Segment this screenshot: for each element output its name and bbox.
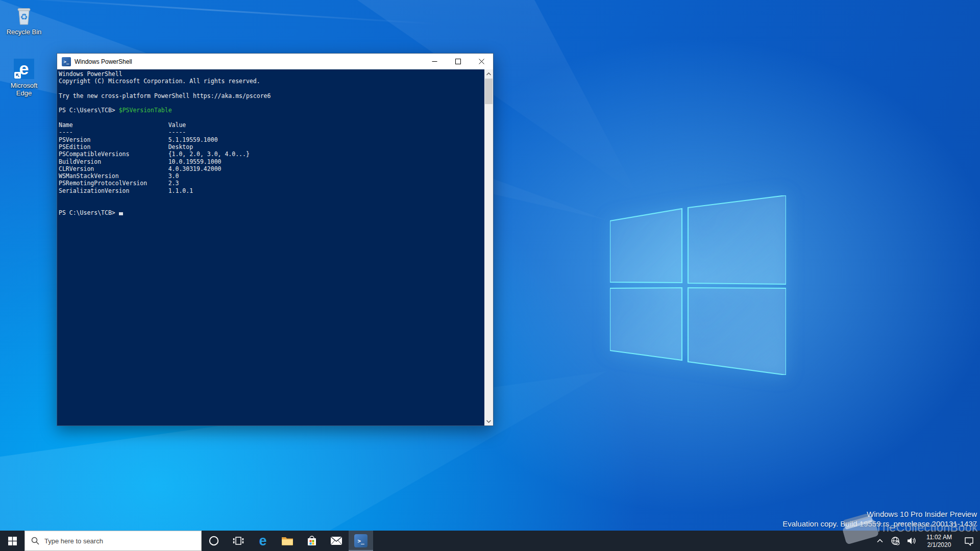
taskbar-clock[interactable]: 11:02 AM 2/1/2020 — [920, 531, 959, 551]
windows-start-icon — [8, 537, 17, 545]
action-center-icon — [964, 536, 974, 546]
file-explorer-icon — [281, 536, 293, 546]
speaker-icon — [907, 537, 916, 545]
taskbar-cortana-button[interactable] — [202, 531, 226, 551]
desktop-icon-microsoft-edge[interactable]: e Microsoft Edge — [3, 59, 45, 97]
start-button[interactable] — [0, 531, 24, 551]
shortcut-arrow-icon — [14, 72, 21, 79]
clock-date: 2/1/2020 — [927, 541, 951, 548]
cortana-icon — [208, 535, 219, 546]
watermark-line2: Evaluation copy. Build 19559.rs_prerelea… — [782, 519, 977, 529]
recycle-bin-icon: ♻ — [13, 5, 35, 27]
console-area[interactable]: Windows PowerShellCopyright (C) Microsof… — [57, 69, 493, 425]
taskbar: e >_ — [0, 531, 980, 551]
action-center-button[interactable] — [959, 531, 979, 551]
taskbar-powershell-button[interactable]: >_ — [349, 531, 373, 551]
mail-icon — [330, 536, 342, 545]
desktop-icon-label: Recycle Bin — [3, 28, 45, 36]
microsoft-store-icon — [306, 535, 317, 546]
minimize-icon — [432, 59, 437, 64]
taskbar-mail-button[interactable] — [324, 531, 349, 551]
maximize-button[interactable] — [446, 54, 470, 69]
clock-time: 11:02 AM — [926, 534, 952, 541]
console-scrollbar[interactable] — [484, 69, 493, 425]
taskbar-store-button[interactable] — [300, 531, 324, 551]
wallpaper-streak — [0, 0, 438, 24]
desktop-icon-recycle-bin[interactable]: ♻ Recycle Bin — [3, 5, 45, 36]
window-title: Windows PowerShell — [75, 58, 423, 65]
watermark-line1: Windows 10 Pro Insider Preview — [782, 509, 977, 519]
search-input[interactable] — [44, 537, 201, 545]
close-icon — [479, 59, 484, 64]
search-icon — [31, 537, 39, 545]
taskbar-edge-button[interactable]: e — [251, 531, 275, 551]
edge-icon: e — [259, 534, 266, 548]
scrollbar-thumb[interactable] — [485, 79, 493, 104]
show-hidden-icons-button[interactable] — [873, 531, 887, 551]
system-tray: 11:02 AM 2/1/2020 — [873, 531, 980, 551]
powershell-icon: >_ — [354, 534, 368, 547]
svg-text:♻: ♻ — [20, 12, 28, 22]
minimize-button[interactable] — [423, 54, 446, 69]
desktop: ♻ Recycle Bin e Microsoft Edge Windows 1… — [0, 0, 980, 551]
window-titlebar[interactable]: >_ Windows PowerShell — [57, 54, 493, 69]
console-cursor — [119, 212, 123, 215]
powershell-window: >_ Windows PowerShell Windows PowerShell… — [57, 53, 494, 426]
taskbar-file-explorer-button[interactable] — [275, 531, 300, 551]
network-globe-icon — [891, 536, 900, 545]
desktop-icon-label: Microsoft Edge — [3, 82, 45, 97]
taskbar-search[interactable] — [24, 531, 202, 551]
close-button[interactable] — [470, 54, 493, 69]
taskbar-task-view-button[interactable] — [226, 531, 251, 551]
volume-button[interactable] — [903, 531, 920, 551]
network-button[interactable] — [887, 531, 903, 551]
powershell-window-icon: >_ — [62, 57, 71, 66]
scroll-down-icon[interactable] — [484, 417, 493, 425]
windows-build-watermark: Windows 10 Pro Insider Preview Evaluatio… — [782, 509, 977, 529]
chevron-up-icon — [877, 539, 883, 543]
console-output: Windows PowerShellCopyright (C) Microsof… — [59, 70, 484, 425]
windows-flag-logo — [610, 195, 786, 375]
scroll-up-icon[interactable] — [484, 69, 493, 78]
edge-icon: e — [14, 59, 34, 79]
maximize-icon — [455, 59, 461, 64]
task-view-icon — [233, 536, 244, 546]
